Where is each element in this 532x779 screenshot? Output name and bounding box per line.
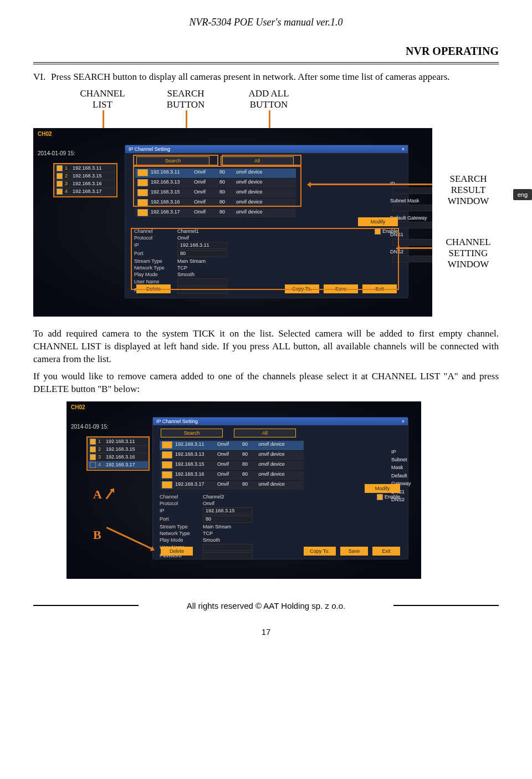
copy-to-button-2[interactable]: Copy To.	[304, 547, 336, 556]
result-row[interactable]: 192.168.3.13Onvif80onvif device	[160, 451, 304, 461]
setting-label: Stream Type	[160, 524, 203, 529]
setting-value: Onvif	[203, 501, 214, 506]
result-ip: 192.168.3.17	[173, 481, 215, 490]
figure-1: CH02 2014-01-09 15: 1192.168.3.112192.16…	[33, 128, 432, 317]
result-row[interactable]: 192.168.3.16Onvif80onvif device	[160, 471, 304, 481]
result-ip: 192.168.3.16	[173, 471, 215, 480]
page-number: 17	[33, 627, 499, 637]
save-button-2[interactable]: Save	[340, 547, 368, 556]
date-label: 2014-01-09 15:	[38, 150, 75, 156]
result-proto: Onvif	[192, 208, 217, 218]
header-title: NVR-5304 POE User's manual ver.1.0	[33, 17, 499, 28]
enable-checkbox-2[interactable]: Enable	[377, 494, 400, 500]
highlight-search-btn	[133, 155, 218, 166]
lbl-ip-2: IP	[391, 449, 396, 455]
result-device: onvif device	[256, 481, 304, 490]
setting-value: Smooth	[203, 537, 220, 543]
result-device: onvif device	[256, 471, 304, 480]
modify-button-2[interactable]: Modify	[365, 484, 400, 493]
setting-row: ProtocolOnvif	[160, 501, 398, 506]
marker-a: A	[93, 487, 102, 502]
callout-add-all-button: ADD ALL BUTTON	[238, 88, 299, 110]
paragraph-tick-info: To add required camera to the system TIC…	[33, 328, 499, 366]
result-check-icon[interactable]	[137, 209, 148, 216]
step-number: VI.	[33, 71, 51, 84]
result-port: 80	[240, 471, 256, 480]
dialog-title: IP Channel Setting	[129, 146, 170, 152]
modify-button[interactable]: Modify	[358, 217, 398, 226]
result-proto: Onvif	[215, 471, 240, 480]
step-vi: VI. Press SEARCH button to display all c…	[33, 71, 499, 84]
setting-row: Port80	[160, 516, 398, 523]
lbl-subnet-2: Subnet Mask	[391, 457, 407, 470]
highlight-channel-list	[53, 163, 117, 197]
setting-label: Protocol	[160, 501, 203, 506]
setting-label: Port	[160, 516, 203, 522]
result-ip: 192.168.3.15	[173, 461, 215, 470]
search-result-table-2: 192.168.3.11Onvif80onvif device192.168.3…	[160, 441, 304, 491]
result-device: onvif device	[256, 451, 304, 460]
corner-ch-label-2: CH02	[71, 404, 85, 410]
search-button-2[interactable]: Search	[161, 429, 223, 437]
highlight-result-table	[133, 166, 301, 207]
result-port: 80	[240, 481, 256, 490]
result-port: 80	[240, 451, 256, 460]
figure-2: CH02 2014-01-09 15: 1192.168.3.112192.16…	[66, 401, 421, 579]
connector-lines	[72, 110, 499, 128]
section-heading: NVR OPERATING	[33, 45, 499, 58]
field-subnet[interactable]	[392, 205, 432, 211]
setting-field[interactable]: 80	[203, 516, 253, 523]
setting-row: IP192.168.3.15	[160, 507, 398, 515]
result-proto: Onvif	[215, 451, 240, 460]
highlight-setting-panel	[131, 228, 399, 290]
result-row[interactable]: 192.168.3.17Onvif80onvif device	[160, 481, 304, 491]
setting-label: IP	[160, 508, 203, 513]
add-all-button-2[interactable]: All	[234, 429, 296, 437]
setting-label: Play Mode	[160, 537, 203, 543]
result-check-icon[interactable]	[162, 481, 172, 488]
field-ip[interactable]	[392, 187, 432, 194]
setting-label: Channel	[160, 494, 203, 500]
figure-2-wrap: CH02 2014-01-09 15: 1192.168.3.112192.16…	[66, 401, 499, 579]
result-check-icon[interactable]	[162, 461, 172, 469]
setting-row: Stream TypeMain Stream	[160, 524, 398, 529]
arrow-b	[106, 527, 152, 549]
setting-value: Channel2	[203, 494, 224, 500]
highlight-channel-list-2	[86, 436, 150, 471]
date-label-2: 2014-01-09 15:	[71, 424, 109, 430]
dialog-title-bar-2: IP Channel Setting ×	[153, 417, 408, 425]
top-callouts: CHANNEL LIST SEARCH BUTTON ADD ALL BUTTO…	[72, 88, 499, 110]
label-channel-setting-window: CHANNEL SETTING WINDOW	[438, 237, 499, 270]
ip-channel-setting-dialog-2: IP Channel Setting × Search All 192.168.…	[152, 417, 408, 559]
callout-search-button: SEARCH BUTTON	[155, 88, 216, 110]
marker-b: B	[93, 528, 101, 542]
result-device: onvif device	[234, 208, 283, 218]
figure-1-wrap: CH02 2014-01-09 15: 1192.168.3.112192.16…	[33, 128, 499, 322]
footer-rule: All rights reserved © AAT Holding sp. z …	[33, 601, 499, 610]
exit-button-2[interactable]: Exit	[372, 547, 400, 556]
setting-value: Main Stream	[203, 524, 231, 529]
result-row[interactable]: 192.168.3.15Onvif80onvif device	[160, 461, 304, 471]
highlight-all-btn	[222, 155, 301, 166]
result-device: onvif device	[256, 441, 304, 450]
result-device: onvif device	[256, 461, 304, 470]
setting-value: TCP	[203, 531, 213, 536]
language-tab: eng	[513, 189, 532, 200]
result-row[interactable]: 192.168.3.11Onvif80onvif device	[160, 441, 304, 451]
setting-row: ChannelChannel2	[160, 494, 398, 500]
step-text: Press SEARCH button to display all camer…	[51, 71, 450, 84]
arrow-a	[106, 490, 113, 499]
delete-button-2[interactable]: Delete	[161, 547, 193, 556]
setting-field[interactable]: 192.168.3.15	[203, 507, 253, 515]
label-search-result-window: SEARCH RESULT WINDOW	[438, 174, 499, 207]
dialog-title-2: IP Channel Setting	[156, 419, 198, 424]
arrow-search-result	[310, 184, 432, 185]
close-icon-2[interactable]: ×	[402, 419, 405, 424]
result-check-icon[interactable]	[162, 451, 172, 459]
result-ip: 192.168.3.11	[173, 441, 215, 450]
close-icon[interactable]: ×	[402, 146, 405, 152]
footer-text: All rights reserved © AAT Holding sp. z …	[139, 601, 393, 610]
result-check-icon[interactable]	[162, 441, 172, 449]
result-row[interactable]: 192.168.3.17Onvif80onvif device	[135, 208, 296, 218]
result-check-icon[interactable]	[162, 471, 172, 478]
